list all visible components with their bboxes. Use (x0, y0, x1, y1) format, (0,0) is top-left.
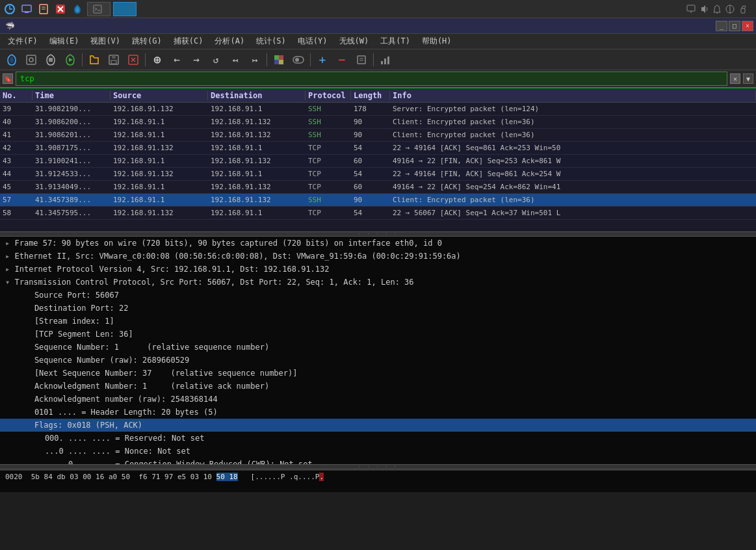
cell-time: 31.9086201... (33, 131, 111, 139)
cell-dst: 192.168.91.132 (208, 118, 306, 126)
detail-section[interactable]: Frame 57: 90 bytes on wire (720 bits), 9… (0, 237, 756, 250)
close-button[interactable]: × (742, 21, 753, 31)
forward-button[interactable]: → (187, 51, 205, 68)
stats-button[interactable] (376, 51, 395, 68)
table-row[interactable]: 40 31.9086200... 192.168.91.1 192.168.91… (0, 116, 756, 129)
menu-item[interactable]: 分析(A) (209, 34, 250, 49)
capture-interfaces-button[interactable] (3, 51, 21, 68)
bell-icon (712, 4, 722, 14)
panel-divider-1[interactable]: · · · · · (0, 231, 756, 237)
svg-rect-27 (274, 55, 279, 60)
save-file-button[interactable] (105, 51, 123, 68)
toggle-button[interactable] (289, 51, 307, 68)
open-file-button[interactable] (85, 51, 103, 68)
next-button[interactable]: ↦ (246, 51, 264, 68)
filter-button[interactable] (352, 51, 371, 68)
cell-dst: 192.168.91.1 (208, 170, 306, 178)
menu-item[interactable]: 电话(Y) (293, 34, 333, 49)
detail-child[interactable]: Destination Port: 22 (0, 302, 756, 315)
menu-item[interactable]: 统计(S) (251, 34, 291, 49)
prev-button[interactable]: ↤ (226, 51, 244, 68)
wireshark-icon[interactable] (70, 2, 85, 16)
table-row[interactable]: 58 41.3457595... 192.168.91.132 192.168.… (0, 207, 756, 220)
cell-src: 192.168.91.132 (111, 170, 208, 178)
cell-src: 192.168.91.132 (111, 144, 208, 152)
table-row[interactable]: 44 31.9124533... 192.168.91.132 192.168.… (0, 168, 756, 181)
filter-input[interactable] (16, 72, 727, 86)
svg-rect-1 (22, 5, 31, 12)
maximize-button[interactable]: □ (729, 21, 740, 31)
detail-child[interactable]: [TCP Segment Len: 36] (0, 328, 756, 341)
svg-rect-16 (741, 8, 745, 13)
table-row[interactable]: 39 31.9082190... 192.168.91.132 192.168.… (0, 103, 756, 116)
taskbar-app-terminal[interactable] (87, 2, 111, 16)
filter-bookmark-button[interactable]: 🔖 (3, 73, 13, 84)
table-row[interactable]: 42 31.9087175... 192.168.91.132 192.168.… (0, 142, 756, 155)
table-row[interactable]: 43 31.9100241... 192.168.91.1 192.168.91… (0, 155, 756, 168)
detail-section[interactable]: Transmission Control Protocol, Src Port:… (0, 276, 756, 289)
svg-rect-17 (27, 55, 36, 64)
menu-item[interactable]: 文件(F) (3, 34, 43, 49)
system-tray-icon1[interactable] (3, 2, 17, 16)
cell-len: 90 (351, 196, 390, 204)
cell-time: 31.9082190... (33, 105, 111, 113)
menu-item[interactable]: 捕获(C) (168, 34, 209, 49)
packet-detail[interactable]: Frame 57: 90 bytes on wire (720 bits), 9… (0, 237, 756, 464)
detail-child[interactable]: Sequence Number (raw): 2689660529 (0, 354, 756, 367)
colorize-button[interactable] (270, 51, 288, 68)
network-icon (725, 4, 735, 14)
reload-capture-button[interactable] (61, 51, 79, 68)
hex-line: 0020 5b 84 db 03 00 16 a0 50 f6 71 97 e5… (5, 472, 751, 482)
detail-child[interactable]: 0101 .... = Header Length: 20 bytes (5) (0, 406, 756, 419)
detail-section[interactable]: Ethernet II, Src: VMware_c0:00:08 (00:50… (0, 250, 756, 263)
go-to-button[interactable]: ↺ (207, 51, 225, 68)
system-tray-icon3[interactable] (36, 2, 51, 16)
detail-child[interactable]: Source Port: 56067 (0, 289, 756, 302)
cell-info: 49164 → 22 [FIN, ACK] Seq=253 Ack=861 W (390, 157, 756, 165)
minimize-button[interactable]: _ (716, 21, 727, 31)
taskbar-app-wireshark[interactable] (113, 2, 137, 16)
cell-proto: SSH (306, 196, 351, 204)
zoom-in-button[interactable]: ⊕ (148, 51, 166, 68)
menu-item[interactable]: 跳转(G) (127, 34, 167, 49)
table-row[interactable]: 41 31.9086201... 192.168.91.1 192.168.91… (0, 129, 756, 142)
col-time: Time (33, 91, 111, 100)
system-tray-icon2[interactable] (20, 2, 34, 16)
back-button[interactable]: ← (168, 51, 186, 68)
packet-list[interactable]: No. Time Source Destination Protocol Len… (0, 88, 756, 231)
detail-section[interactable]: Internet Protocol Version 4, Src: 192.16… (0, 263, 756, 276)
detail-child[interactable]: Sequence Number: 1 (relative sequence nu… (0, 341, 756, 354)
filter-prev-button[interactable]: ▼ (743, 73, 753, 84)
table-row[interactable]: 45 31.9134049... 192.168.91.1 192.168.91… (0, 181, 756, 194)
detail-child[interactable]: Acknowledgment number (raw): 2548368144 (0, 393, 756, 406)
detail-child[interactable]: ...0 .... .... = Nonce: Not set (0, 445, 756, 458)
close-file-button[interactable] (124, 51, 142, 68)
cell-info: 49164 → 22 [ACK] Seq=254 Ack=862 Win=41 (390, 183, 756, 191)
remove-button[interactable]: − (333, 51, 351, 68)
add-button[interactable]: + (313, 51, 332, 68)
menu-item[interactable]: 编辑(E) (44, 34, 85, 49)
main-window: 🦈 _ □ × 文件(F)编辑(E)视图(V)跳转(G)捕获(C)分析(A)统计… (0, 18, 756, 550)
table-row[interactable]: 57 41.3457389... 192.168.91.1 192.168.91… (0, 194, 756, 207)
detail-child[interactable]: .... 0... .... = Congestion Window Reduc… (0, 458, 756, 464)
detail-child[interactable]: [Stream index: 1] (0, 315, 756, 328)
detail-child[interactable]: [Next Sequence Number: 37 (relative sequ… (0, 367, 756, 380)
cell-time: 41.3457389... (33, 196, 111, 204)
close-icon1[interactable] (53, 2, 68, 16)
detail-child[interactable]: 000. .... .... = Reserved: Not set (0, 432, 756, 445)
menu-item[interactable]: 工具(T) (375, 34, 415, 49)
detail-child[interactable]: Flags: 0x018 (PSH, ACK) (0, 419, 756, 432)
capture-options-button[interactable] (22, 51, 40, 68)
filter-clear-button[interactable]: × (730, 73, 740, 84)
menu-item[interactable]: 帮助(H) (417, 34, 457, 49)
stop-capture-button[interactable] (42, 51, 60, 68)
menu-item[interactable]: 无线(W) (334, 34, 374, 49)
svg-rect-11 (687, 5, 695, 11)
cell-len: 60 (351, 157, 390, 165)
menu-item[interactable]: 视图(V) (85, 34, 125, 49)
cell-len: 60 (351, 183, 390, 191)
panel-divider-2[interactable]: · · · · · (0, 464, 756, 469)
detail-child[interactable]: Acknowledgment Number: 1 (relative ack n… (0, 380, 756, 393)
svg-rect-23 (111, 60, 116, 64)
cell-src: 192.168.91.1 (111, 118, 208, 126)
